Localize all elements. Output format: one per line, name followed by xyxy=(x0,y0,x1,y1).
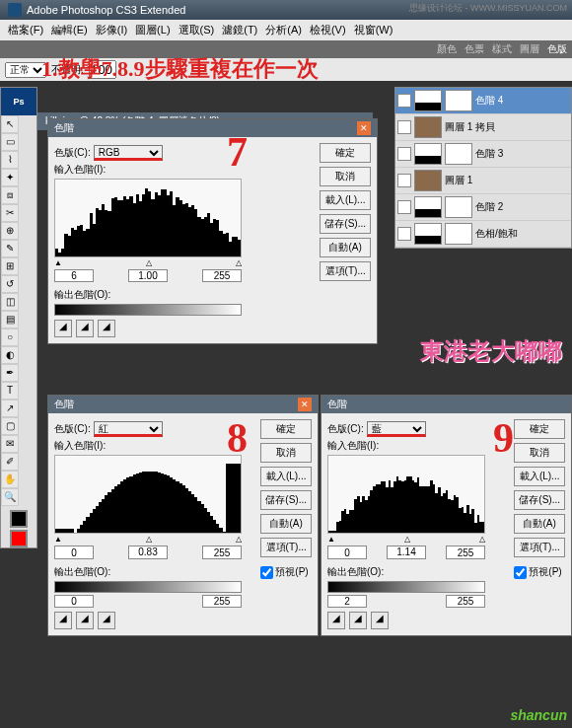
ok-button[interactable]: 確定 xyxy=(514,419,565,439)
eraser-tool[interactable]: ◫ xyxy=(1,293,19,311)
cancel-button[interactable]: 取消 xyxy=(514,443,565,463)
menu-select[interactable]: 選取(S) xyxy=(176,22,218,38)
load-button[interactable]: 載入(L)... xyxy=(260,467,312,486)
cancel-button[interactable]: 取消 xyxy=(260,443,312,463)
auto-button[interactable]: 自動(A) xyxy=(320,238,371,257)
input-midtone[interactable] xyxy=(128,269,168,282)
crop-tool[interactable]: ⧈ xyxy=(1,186,19,204)
eyedrop-white-icon[interactable]: ◢ xyxy=(98,612,115,629)
marquee-tool[interactable]: ▭ xyxy=(1,133,19,151)
output-highlight[interactable] xyxy=(202,595,242,608)
options-button[interactable]: 選項(T)... xyxy=(320,261,371,281)
save-button[interactable]: 儲存(S)... xyxy=(260,490,312,510)
visibility-icon[interactable] xyxy=(397,147,411,161)
heal-tool[interactable]: ⊕ xyxy=(1,222,19,240)
output-gradient[interactable] xyxy=(54,581,242,593)
eyedrop-black-icon[interactable]: ◢ xyxy=(54,612,72,629)
eyedrop-white-icon[interactable]: ◢ xyxy=(98,320,115,337)
ok-button[interactable]: 確定 xyxy=(320,143,371,163)
visibility-icon[interactable] xyxy=(397,227,411,241)
menu-filter[interactable]: 濾鏡(T) xyxy=(219,22,260,38)
auto-button[interactable]: 自動(A) xyxy=(260,514,312,534)
options-button[interactable]: 選項(T)... xyxy=(260,538,312,557)
layer-row-layer1[interactable]: 圖層 1 xyxy=(395,168,571,194)
dialog-titlebar[interactable]: 色階 xyxy=(322,396,571,413)
eyedrop-tool[interactable]: ✐ xyxy=(1,453,19,471)
close-icon[interactable]: ✕ xyxy=(298,398,312,411)
input-highlight[interactable] xyxy=(202,546,242,559)
menu-layer[interactable]: 圖層(L) xyxy=(132,22,173,38)
zoom-tool[interactable]: 🔍 xyxy=(1,488,19,506)
stamp-tool[interactable]: ⊞ xyxy=(1,257,19,275)
type-tool[interactable]: T xyxy=(1,382,19,400)
input-midtone[interactable] xyxy=(387,546,426,559)
input-shadow[interactable] xyxy=(54,546,94,559)
channel-select[interactable]: 紅 xyxy=(94,421,163,437)
eyedrop-gray-icon[interactable]: ◢ xyxy=(349,612,367,629)
bg-color-swatch[interactable] xyxy=(10,530,28,547)
options-button[interactable]: 選項(T)... xyxy=(514,538,565,557)
tab-color[interactable]: 顏色 xyxy=(437,42,457,56)
wand-tool[interactable]: ✦ xyxy=(1,169,19,186)
channel-select[interactable]: 藍 xyxy=(367,421,426,437)
input-highlight[interactable] xyxy=(202,269,242,282)
layer-row-levels2[interactable]: 色階 2 xyxy=(395,194,571,221)
preview-checkbox[interactable] xyxy=(260,566,273,579)
move-tool[interactable]: ↖ xyxy=(1,115,19,133)
layer-row-levels3[interactable]: 色階 3 xyxy=(395,141,571,168)
blend-mode-select[interactable]: 正常 xyxy=(5,62,46,78)
blur-tool[interactable]: ○ xyxy=(1,328,19,346)
channel-select[interactable]: RGB xyxy=(94,145,163,161)
eyedrop-gray-icon[interactable]: ◢ xyxy=(76,612,94,629)
cancel-button[interactable]: 取消 xyxy=(320,167,371,186)
dialog-titlebar[interactable]: 色階 ✕ xyxy=(48,119,377,137)
history-brush-tool[interactable]: ↺ xyxy=(1,275,19,293)
input-midtone[interactable] xyxy=(128,546,168,559)
gradient-tool[interactable]: ▤ xyxy=(1,311,19,328)
output-shadow[interactable] xyxy=(327,595,367,608)
layer-row-copy[interactable]: 圖層 1 拷貝 xyxy=(395,114,571,141)
close-icon[interactable]: ✕ xyxy=(357,121,371,135)
dodge-tool[interactable]: ◐ xyxy=(1,346,19,364)
tab-swatches[interactable]: 色票 xyxy=(465,42,484,56)
shape-tool[interactable]: ▢ xyxy=(1,417,19,435)
auto-button[interactable]: 自動(A) xyxy=(514,514,565,534)
tab-channels[interactable]: 色版 xyxy=(547,42,567,56)
visibility-icon[interactable] xyxy=(397,120,411,134)
output-gradient[interactable] xyxy=(327,581,485,593)
menu-file[interactable]: 檔案(F) xyxy=(5,22,46,38)
hand-tool[interactable]: ✋ xyxy=(1,471,19,488)
eyedrop-gray-icon[interactable]: ◢ xyxy=(76,320,94,337)
input-shadow[interactable] xyxy=(54,269,94,282)
path-tool[interactable]: ↗ xyxy=(1,400,19,417)
layer-row-levels4[interactable]: 色階 4 xyxy=(395,88,571,114)
opacity-field[interactable] xyxy=(89,60,116,79)
pen-tool[interactable]: ✒ xyxy=(1,364,19,382)
load-button[interactable]: 載入(L)... xyxy=(514,467,565,486)
slice-tool[interactable]: ✂ xyxy=(1,204,19,222)
output-shadow[interactable] xyxy=(54,595,94,608)
layer-row-huesat[interactable]: 色相/飽和 xyxy=(395,221,571,248)
input-shadow[interactable] xyxy=(327,546,367,559)
menu-image[interactable]: 影像(I) xyxy=(93,22,130,38)
menu-edit[interactable]: 編輯(E) xyxy=(48,22,91,38)
visibility-icon[interactable] xyxy=(397,174,411,187)
save-button[interactable]: 儲存(S)... xyxy=(320,214,371,234)
visibility-icon[interactable] xyxy=(397,200,411,214)
visibility-icon[interactable] xyxy=(397,94,411,108)
menu-analysis[interactable]: 分析(A) xyxy=(262,22,305,38)
load-button[interactable]: 載入(L)... xyxy=(320,190,371,210)
menu-view[interactable]: 檢視(V) xyxy=(307,22,349,38)
lasso-tool[interactable]: ⌇ xyxy=(1,151,19,169)
output-gradient[interactable] xyxy=(54,304,242,316)
preview-checkbox[interactable] xyxy=(514,566,527,579)
save-button[interactable]: 儲存(S)... xyxy=(514,490,565,510)
input-highlight[interactable] xyxy=(446,546,485,559)
eyedrop-black-icon[interactable]: ◢ xyxy=(327,612,345,629)
eyedrop-white-icon[interactable]: ◢ xyxy=(371,612,389,629)
tab-layers[interactable]: 圖層 xyxy=(520,42,539,56)
menu-window[interactable]: 視窗(W) xyxy=(351,22,396,38)
brush-tool[interactable]: ✎ xyxy=(1,240,19,257)
eyedrop-black-icon[interactable]: ◢ xyxy=(54,320,72,337)
fg-color-swatch[interactable] xyxy=(10,510,28,528)
